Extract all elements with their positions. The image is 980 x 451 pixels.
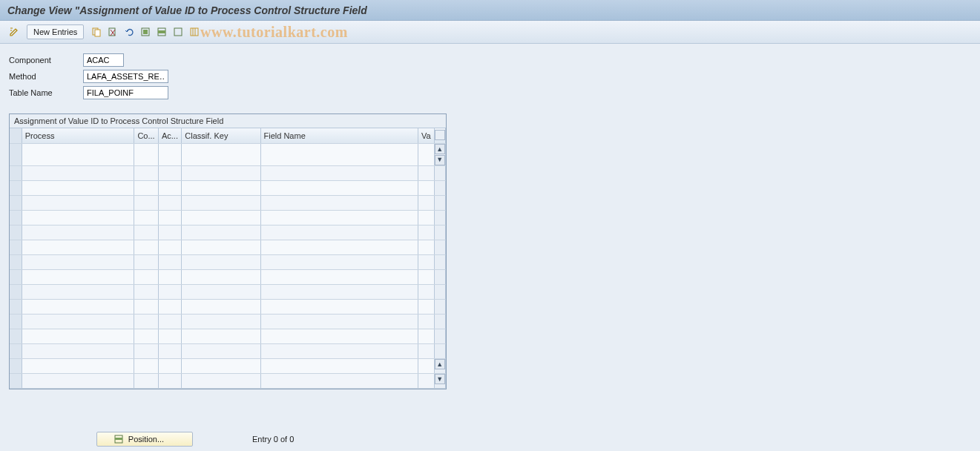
row-selector[interactable] <box>10 143 22 165</box>
cell[interactable] <box>134 195 159 210</box>
table-row[interactable] <box>10 210 446 225</box>
delete-icon[interactable] <box>106 25 119 39</box>
row-selector[interactable] <box>10 254 22 269</box>
column-header-ac[interactable]: Ac... <box>158 128 181 143</box>
row-selector[interactable] <box>10 329 22 343</box>
cell[interactable] <box>182 329 260 343</box>
cell[interactable] <box>418 225 434 240</box>
cell[interactable] <box>182 143 260 165</box>
column-header-classif[interactable]: Classif. Key <box>182 128 260 143</box>
row-selector[interactable] <box>10 269 22 284</box>
row-selector[interactable] <box>10 180 22 195</box>
cell[interactable] <box>260 195 418 210</box>
cell[interactable] <box>134 373 159 388</box>
cell[interactable] <box>22 343 134 358</box>
cell[interactable] <box>158 165 181 180</box>
table-row[interactable]: ▲ <box>10 358 446 373</box>
cell[interactable] <box>418 180 434 195</box>
cell[interactable] <box>22 358 134 373</box>
cell[interactable] <box>260 343 418 358</box>
table-name-field[interactable] <box>83 86 168 99</box>
cell[interactable] <box>182 299 260 314</box>
cell[interactable] <box>134 165 159 180</box>
cell[interactable] <box>182 240 260 254</box>
row-selector[interactable] <box>10 240 22 254</box>
cell[interactable] <box>134 269 159 284</box>
table-row[interactable] <box>10 254 446 269</box>
cell[interactable] <box>418 343 434 358</box>
cell[interactable] <box>22 195 134 210</box>
deselect-all-icon[interactable] <box>171 25 185 39</box>
scroll-down-top-button[interactable]: ▼ <box>435 155 445 165</box>
cell[interactable] <box>260 240 418 254</box>
cell[interactable] <box>158 314 181 329</box>
cell[interactable] <box>418 254 434 269</box>
cell[interactable] <box>260 284 418 299</box>
select-block-icon[interactable] <box>155 25 168 39</box>
cell[interactable] <box>158 180 181 195</box>
cell[interactable] <box>182 225 260 240</box>
cell[interactable] <box>158 210 181 225</box>
cell[interactable] <box>418 210 434 225</box>
row-selector[interactable] <box>10 225 22 240</box>
table-row[interactable] <box>10 180 446 195</box>
cell[interactable] <box>182 284 260 299</box>
table-row[interactable] <box>10 225 446 240</box>
position-button[interactable]: Position... <box>96 432 193 447</box>
cell[interactable] <box>134 343 159 358</box>
cell[interactable] <box>134 329 159 343</box>
row-selector[interactable] <box>10 299 22 314</box>
select-all-column-header[interactable] <box>10 128 22 143</box>
cell[interactable] <box>158 143 181 165</box>
scroll-up-button[interactable]: ▲ <box>435 144 445 154</box>
table-row[interactable] <box>10 329 446 343</box>
cell[interactable] <box>22 373 134 388</box>
row-selector[interactable] <box>10 314 22 329</box>
cell[interactable] <box>260 143 418 165</box>
table-row[interactable] <box>10 240 446 254</box>
cell[interactable] <box>260 180 418 195</box>
cell[interactable] <box>22 254 134 269</box>
cell[interactable] <box>182 358 260 373</box>
row-selector[interactable] <box>10 343 22 358</box>
table-row[interactable] <box>10 314 446 329</box>
component-field[interactable] <box>83 53 124 67</box>
cell[interactable] <box>182 373 260 388</box>
cell[interactable] <box>22 180 134 195</box>
cell[interactable] <box>22 225 134 240</box>
cell[interactable] <box>182 180 260 195</box>
cell[interactable] <box>182 165 260 180</box>
cell[interactable] <box>260 358 418 373</box>
cell[interactable] <box>418 284 434 299</box>
copy-icon[interactable] <box>90 25 103 39</box>
cell[interactable] <box>22 240 134 254</box>
row-selector[interactable] <box>10 373 22 388</box>
column-header-field[interactable]: Field Name <box>260 128 418 143</box>
undo-icon[interactable] <box>122 25 136 39</box>
table-row[interactable] <box>10 343 446 358</box>
cell[interactable] <box>134 180 159 195</box>
cell[interactable] <box>418 373 434 388</box>
cell[interactable] <box>418 299 434 314</box>
table-row[interactable] <box>10 165 446 180</box>
column-header-process[interactable]: Process <box>22 128 134 143</box>
cell[interactable] <box>260 269 418 284</box>
row-selector[interactable] <box>10 210 22 225</box>
cell[interactable] <box>182 195 260 210</box>
cell[interactable] <box>134 284 159 299</box>
cell[interactable] <box>418 269 434 284</box>
cell[interactable] <box>418 358 434 373</box>
cell[interactable] <box>134 210 159 225</box>
cell[interactable] <box>158 225 181 240</box>
table-row[interactable] <box>10 269 446 284</box>
table-row[interactable] <box>10 284 446 299</box>
cell[interactable] <box>134 240 159 254</box>
row-selector[interactable] <box>10 358 22 373</box>
cell[interactable] <box>134 314 159 329</box>
cell[interactable] <box>182 210 260 225</box>
new-entries-button[interactable]: New Entries <box>27 24 84 39</box>
method-field[interactable] <box>83 70 168 83</box>
column-selector-button[interactable] <box>435 130 445 140</box>
cell[interactable] <box>260 225 418 240</box>
cell[interactable] <box>260 165 418 180</box>
